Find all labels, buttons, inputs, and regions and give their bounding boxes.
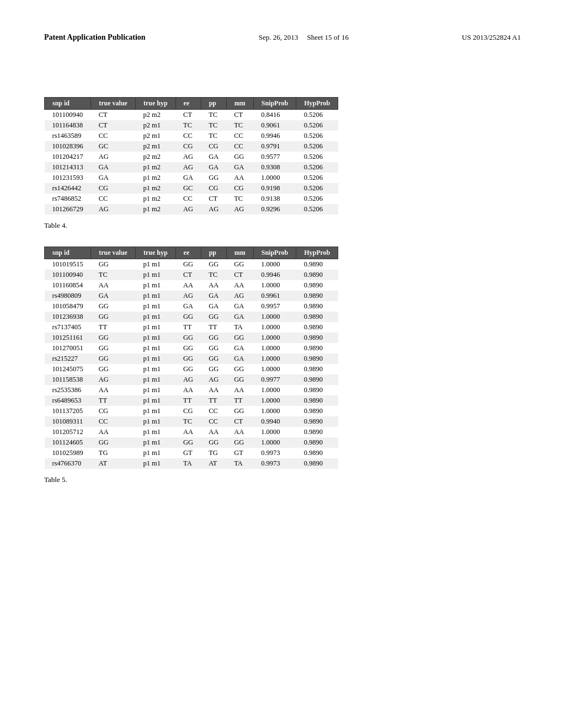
table-cell: AA — [226, 427, 253, 437]
table-cell: GA — [201, 291, 226, 301]
table-cell: 101160854 — [45, 280, 91, 291]
table-row: 101231593GAp1 m2GAGGAA1.00000.5206 — [45, 173, 338, 183]
table-row: rs2535386AAp1 m1AAAAAA1.00000.9890 — [45, 385, 338, 395]
table-cell: CT — [201, 194, 226, 204]
table-cell: GC — [91, 141, 136, 152]
table-cell: p1 m1 — [135, 312, 175, 322]
top-spacer — [44, 75, 521, 97]
table-cell: 101137205 — [45, 406, 91, 416]
table-cell: GG — [226, 364, 253, 374]
table-cell: p1 m1 — [135, 406, 175, 416]
header-sheet: Sheet 15 of 16 — [307, 33, 348, 41]
table-cell: 0.5206 — [296, 141, 338, 152]
table-cell: GA — [201, 152, 226, 162]
table-cell: TC — [91, 270, 136, 280]
table-row: 101164838CTp2 m1TCTCTC0.90610.5206 — [45, 120, 338, 131]
table-cell: 0.9296 — [253, 204, 296, 215]
table-cell: 101164838 — [45, 120, 91, 131]
header-center: Sep. 26, 2013 Sheet 15 of 16 — [259, 33, 349, 42]
table-row: rs215227GGp1 m1GGGGGA1.00000.9890 — [45, 354, 338, 364]
table4: snp idtrue valuetrue hypeeppmmSnipProbHy… — [44, 247, 338, 469]
table-cell: p1 m1 — [135, 416, 175, 427]
table-cell: GG — [226, 259, 253, 270]
table-cell: 101205712 — [45, 427, 91, 437]
table-cell: 0.9890 — [296, 416, 338, 427]
table-cell: AG — [201, 204, 226, 215]
table-cell: p2 m1 — [135, 131, 175, 141]
header-date: Sep. 26, 2013 — [259, 33, 299, 41]
table-cell: p2 m2 — [135, 110, 175, 121]
table-cell: 0.9890 — [296, 374, 338, 385]
table-row: 101058479GGp1 m1GAGAGA0.99570.9890 — [45, 301, 338, 312]
table-cell: GA — [226, 312, 253, 322]
table3-col-header: true value — [91, 98, 136, 110]
table-cell: GA — [201, 162, 226, 173]
table-cell: p2 m1 — [135, 120, 175, 131]
table3-col-header: SnipProb — [253, 98, 296, 110]
table-cell: p1 m2 — [135, 183, 175, 194]
table-row: 101100940CTp2 m2CTTCCT0.84160.5206 — [45, 110, 338, 121]
table-cell: p1 m1 — [135, 427, 175, 437]
table-cell: 0.9890 — [296, 385, 338, 395]
table-cell: 0.8416 — [253, 110, 296, 121]
table-row: rs6489653TTp1 m1TTTTTT1.00000.9890 — [45, 395, 338, 406]
table-row: rs1426442CGp1 m2GCCGCG0.91980.5206 — [45, 183, 338, 194]
table-cell: GG — [201, 333, 226, 343]
table-cell: rs215227 — [45, 354, 91, 364]
table-cell: GG — [175, 259, 201, 270]
table-cell: 0.9138 — [253, 194, 296, 204]
table-cell: 101124605 — [45, 437, 91, 448]
table-cell: CT — [226, 110, 253, 121]
table-cell: 0.9890 — [296, 312, 338, 322]
table-cell: p1 m1 — [135, 333, 175, 343]
page: Patent Application Publication Sep. 26, … — [0, 0, 565, 728]
table-cell: TG — [91, 448, 136, 458]
table4-body: 101019515GGp1 m1GGGGGG1.00000.9890101100… — [45, 259, 338, 469]
table-cell: CC — [91, 131, 136, 141]
table-cell: 1.0000 — [253, 259, 296, 270]
table-cell: AG — [226, 204, 253, 215]
table-cell: 0.9890 — [296, 448, 338, 458]
table-cell: 101100940 — [45, 270, 91, 280]
table-cell: AA — [175, 427, 201, 437]
table-cell: TA — [175, 458, 201, 469]
table-cell: GG — [91, 364, 136, 374]
table3-col-header: pp — [201, 98, 226, 110]
table-cell: CG — [91, 183, 136, 194]
table-cell: GG — [226, 333, 253, 343]
table-cell: 1.0000 — [253, 354, 296, 364]
table-cell: rs4766370 — [45, 458, 91, 469]
table-cell: GG — [201, 259, 226, 270]
table-cell: 0.9890 — [296, 322, 338, 333]
table-cell: GG — [175, 312, 201, 322]
table-cell: AA — [226, 385, 253, 395]
table-cell: rs7137405 — [45, 322, 91, 333]
table-cell: GG — [201, 312, 226, 322]
table-cell: p1 m1 — [135, 374, 175, 385]
table-cell: 0.9977 — [253, 374, 296, 385]
table-cell: p1 m1 — [135, 354, 175, 364]
table-cell: GG — [201, 437, 226, 448]
table-cell: 0.9946 — [253, 270, 296, 280]
table3: snp idtrue valuetrue hypeeppmmSnipProbHy… — [44, 97, 338, 215]
table-cell: 1.0000 — [253, 395, 296, 406]
table-cell: 0.9973 — [253, 448, 296, 458]
table-cell: 101158538 — [45, 374, 91, 385]
table-cell: 0.9890 — [296, 280, 338, 291]
table-cell: GG — [175, 354, 201, 364]
table-cell: p1 m1 — [135, 385, 175, 395]
table-row: 101158538AGp1 m1AGAGGG0.99770.9890 — [45, 374, 338, 385]
table-row: rs4980809GAp1 m1AGGAAG0.99610.9890 — [45, 291, 338, 301]
table-cell: rs1426442 — [45, 183, 91, 194]
table3-col-header: mm — [226, 98, 253, 110]
table-cell: CC — [201, 406, 226, 416]
table-cell: p1 m1 — [135, 448, 175, 458]
table-cell: AG — [175, 204, 201, 215]
table-cell: GA — [91, 162, 136, 173]
table-cell: CC — [226, 141, 253, 152]
table-cell: TT — [91, 395, 136, 406]
table-cell: TC — [201, 110, 226, 121]
table-cell: TA — [226, 458, 253, 469]
table-cell: p2 m1 — [135, 141, 175, 152]
table-cell: rs7486852 — [45, 194, 91, 204]
